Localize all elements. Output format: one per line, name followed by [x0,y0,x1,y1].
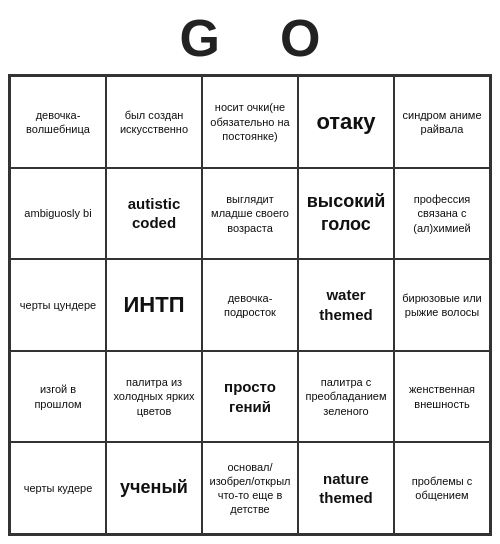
header-letter-g: G [180,8,220,68]
bingo-cell-0[interactable]: девочка-волшебница [10,76,106,168]
bingo-cell-22[interactable]: основал/изобрел/открыл что-то еще в детс… [202,442,298,534]
bingo-cell-5[interactable]: ambiguosly bi [10,168,106,260]
bingo-cell-13[interactable]: water themed [298,259,394,351]
bingo-cell-15[interactable]: изгой в прошлом [10,351,106,443]
bingo-cell-17[interactable]: просто гений [202,351,298,443]
bingo-cell-6[interactable]: autistic coded [106,168,202,260]
bingo-cell-19[interactable]: женственная внешность [394,351,490,443]
bingo-cell-24[interactable]: проблемы с общением [394,442,490,534]
header: G O [8,8,492,68]
bingo-grid: девочка-волшебницабыл создан искусственн… [8,74,492,536]
bingo-cell-12[interactable]: девочка-подросток [202,259,298,351]
bingo-cell-2[interactable]: носит очки(не обязательно на постоянке) [202,76,298,168]
bingo-cell-11[interactable]: ИНТП [106,259,202,351]
bingo-cell-14[interactable]: бирюзовые или рыжие волосы [394,259,490,351]
bingo-cell-4[interactable]: синдром аниме райвала [394,76,490,168]
bingo-cell-18[interactable]: палитра с преобладанием зеленого [298,351,394,443]
bingo-cell-21[interactable]: ученый [106,442,202,534]
bingo-cell-10[interactable]: черты цундере [10,259,106,351]
bingo-cell-3[interactable]: отаку [298,76,394,168]
page: G O девочка-волшебницабыл создан искусст… [0,0,500,544]
bingo-cell-23[interactable]: nature themed [298,442,394,534]
header-letter-o: O [280,8,320,68]
bingo-cell-16[interactable]: палитра из холодных ярких цветов [106,351,202,443]
bingo-cell-8[interactable]: высокий голос [298,168,394,260]
bingo-cell-9[interactable]: профессия связана с (ал)химией [394,168,490,260]
bingo-cell-7[interactable]: выглядит младше своего возраста [202,168,298,260]
bingo-cell-20[interactable]: черты кудере [10,442,106,534]
bingo-cell-1[interactable]: был создан искусственно [106,76,202,168]
